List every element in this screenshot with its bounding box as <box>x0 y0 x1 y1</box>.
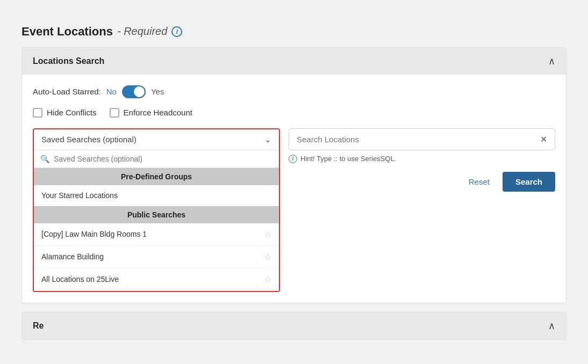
results-panel: Re ∧ <box>21 312 567 340</box>
star-icon[interactable]: ☆ <box>264 229 271 239</box>
search-item-label: Alamance Building <box>41 252 104 261</box>
enforce-headcount-label: Enforce Headcount <box>124 108 192 117</box>
search-item-label: All Locations on 25Live <box>41 275 119 283</box>
page-title: Event Locations <box>21 25 113 39</box>
toggle-knob <box>134 86 145 97</box>
star-icon[interactable]: ☆ <box>264 274 271 285</box>
results-collapse-icon[interactable]: ∧ <box>548 320 555 332</box>
action-buttons-row: Reset Search <box>289 172 555 192</box>
saved-searches-trigger[interactable]: Saved Searches (optional) ⌄ <box>34 129 279 150</box>
list-item[interactable]: Your Starred Locations <box>34 185 279 206</box>
hint-info-icon: i <box>289 155 297 163</box>
reset-button[interactable]: Reset <box>462 173 496 191</box>
enforce-headcount-box <box>110 108 119 118</box>
page-container: Event Locations - Required i Locations S… <box>11 14 577 351</box>
dropdown-search-icon: 🔍 <box>40 155 49 163</box>
results-header-title: Re <box>33 321 44 331</box>
collapse-icon[interactable]: ∧ <box>548 55 555 67</box>
page-title-row: Event Locations - Required i <box>21 25 567 39</box>
panel-body: Auto-Load Starred: No Yes Hide Conflicts… <box>22 75 566 303</box>
required-label: - Required <box>117 25 167 38</box>
saved-searches-trigger-label: Saved Searches (optional) <box>41 135 137 144</box>
results-header: Re ∧ <box>22 312 566 339</box>
search-locations-wrapper: ✕ i Hint! Type :: to use SeriesSQL. Rese… <box>289 128 555 192</box>
hint-text: Hint! Type :: to use SeriesSQL. <box>300 155 396 163</box>
panel-header-title: Locations Search <box>33 56 104 66</box>
dropdown-search-input[interactable] <box>54 155 273 163</box>
public-searches-header: Public Searches <box>34 206 279 223</box>
starred-locations-label: Your Starred Locations <box>41 191 118 200</box>
search-locations-input-row: ✕ <box>289 128 555 150</box>
search-locations-input[interactable] <box>297 135 536 144</box>
hide-conflicts-checkbox[interactable]: Hide Conflicts <box>33 108 97 118</box>
auto-load-toggle[interactable] <box>122 85 146 98</box>
list-item[interactable]: All Locations on 25Live ☆ <box>34 268 279 291</box>
auto-load-yes-label: Yes <box>151 87 164 96</box>
search-controls-row: Saved Searches (optional) ⌄ 🔍 Pre-Define… <box>33 128 555 292</box>
panel-header: Locations Search ∧ <box>22 48 566 75</box>
auto-load-label: Auto-Load Starred: <box>33 87 101 96</box>
auto-load-no-label: No <box>106 87 117 96</box>
hint-row: i Hint! Type :: to use SeriesSQL. <box>289 155 555 163</box>
hide-conflicts-label: Hide Conflicts <box>47 108 97 117</box>
saved-searches-wrapper: Saved Searches (optional) ⌄ 🔍 Pre-Define… <box>33 128 280 292</box>
auto-load-row: Auto-Load Starred: No Yes <box>33 85 555 98</box>
hide-conflicts-box <box>33 108 42 118</box>
info-icon[interactable]: i <box>171 26 182 37</box>
search-item-label: [Copy] Law Main Bldg Rooms 1 <box>41 230 147 238</box>
checkboxes-row: Hide Conflicts Enforce Headcount <box>33 108 555 118</box>
list-item[interactable]: [Copy] Law Main Bldg Rooms 1 ☆ <box>34 223 279 246</box>
enforce-headcount-checkbox[interactable]: Enforce Headcount <box>110 108 192 118</box>
predefined-groups-header: Pre-Defined Groups <box>34 168 279 185</box>
list-item[interactable]: Alamance Building ☆ <box>34 246 279 268</box>
clear-icon[interactable]: ✕ <box>540 134 547 144</box>
dropdown-chevron-icon: ⌄ <box>264 135 271 144</box>
dropdown-search-row: 🔍 <box>34 150 279 168</box>
saved-searches-dropdown: Saved Searches (optional) ⌄ 🔍 Pre-Define… <box>33 128 280 292</box>
star-icon[interactable]: ☆ <box>264 252 271 262</box>
search-button[interactable]: Search <box>503 172 555 192</box>
locations-search-panel: Locations Search ∧ Auto-Load Starred: No… <box>21 47 567 303</box>
